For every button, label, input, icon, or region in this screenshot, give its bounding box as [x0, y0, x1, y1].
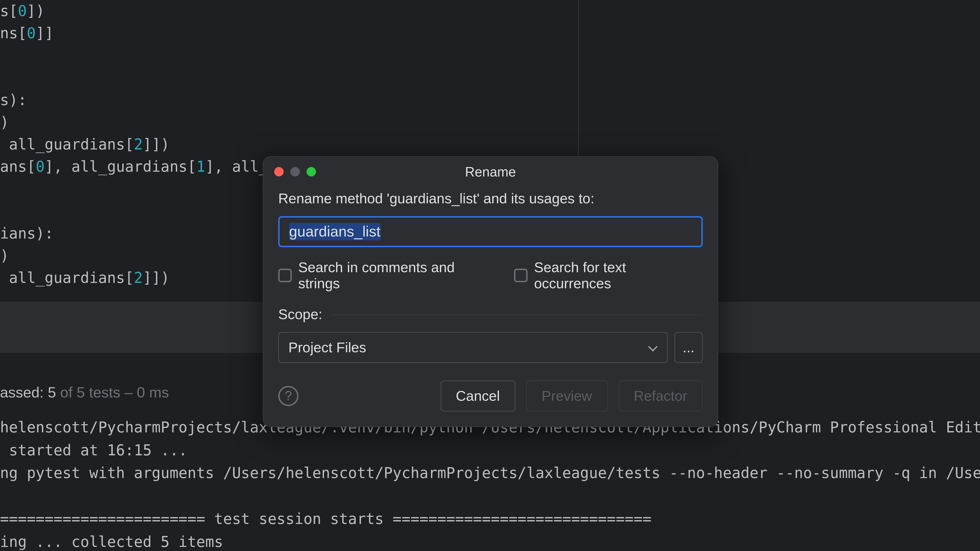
scope-value: Project Files — [288, 340, 366, 356]
dialog-titlebar[interactable]: Rename — [263, 157, 718, 186]
rename-dialog: Rename Rename method 'guardians_list' an… — [263, 156, 718, 427]
help-button[interactable]: ? — [278, 386, 298, 406]
rename-input[interactable]: guardians_list — [278, 216, 703, 247]
checkbox-icon — [278, 268, 291, 282]
scope-label: Scope: — [278, 306, 322, 322]
window-close-icon[interactable] — [274, 167, 283, 176]
scope-divider — [331, 314, 703, 315]
checkbox-label: Search in comments and strings — [298, 259, 495, 292]
scope-browse-button[interactable]: ... — [675, 332, 703, 363]
window-minimize-icon — [290, 167, 300, 176]
preview-button[interactable]: Preview — [526, 381, 608, 411]
scope-dropdown[interactable]: Project Files — [278, 332, 668, 363]
checkbox-label: Search for text occurrences — [534, 259, 703, 292]
rename-prompt-label: Rename method 'guardians_list' and its u… — [278, 191, 703, 206]
window-controls — [274, 167, 316, 176]
refactor-button[interactable]: Refactor — [618, 381, 703, 411]
chevron-down-icon — [648, 345, 658, 350]
search-text-checkbox[interactable]: Search for text occurrences — [514, 259, 703, 292]
cancel-button[interactable]: Cancel — [440, 381, 515, 411]
console-output[interactable]: helenscott/PycharmProjects/laxleague/.ve… — [0, 416, 980, 551]
window-maximize-icon[interactable] — [307, 167, 316, 176]
search-comments-checkbox[interactable]: Search in comments and strings — [278, 259, 495, 292]
test-results-summary: assed: 5 of 5 tests – 0 ms — [0, 384, 169, 402]
checkbox-icon — [514, 268, 528, 282]
dialog-title: Rename — [465, 164, 516, 179]
